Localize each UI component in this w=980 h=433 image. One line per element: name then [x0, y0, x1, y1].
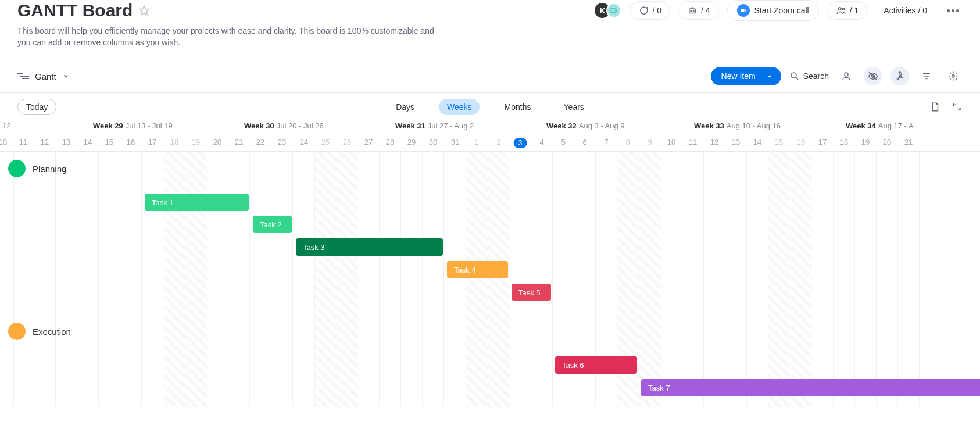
- day-label: 19: [192, 138, 200, 146]
- group-title: Planning: [33, 164, 66, 174]
- gantt-icon: [17, 73, 29, 79]
- gantt-grid: PlanningTask 1Task 2Task 3Task 4Task 5Ex…: [0, 152, 980, 407]
- task-bar[interactable]: Task 4: [447, 261, 508, 278]
- side-divider: [124, 152, 124, 407]
- pin-icon: [895, 71, 905, 81]
- svg-point-7: [842, 8, 845, 10]
- zoom-call-button[interactable]: Start Zoom call: [727, 0, 819, 21]
- avatar-stack[interactable]: K: [595, 3, 621, 18]
- day-label: 16: [127, 138, 135, 146]
- favorite-star-icon[interactable]: [138, 5, 150, 16]
- task-bar[interactable]: Task 7: [641, 379, 980, 396]
- view-switcher[interactable]: Gantt: [17, 71, 69, 81]
- day-label: 12: [710, 138, 718, 146]
- robot-icon: [687, 5, 698, 16]
- day-label: 17: [818, 138, 827, 146]
- today-button[interactable]: Today: [17, 99, 56, 115]
- conversations-button[interactable]: / 0: [630, 1, 670, 20]
- hide-button[interactable]: [864, 67, 882, 85]
- day-label: 9: [648, 138, 652, 146]
- day-label: 18: [170, 138, 178, 146]
- search-button[interactable]: Search: [789, 71, 829, 81]
- svg-point-3: [691, 10, 692, 12]
- scale-tab-weeks[interactable]: Weeks: [439, 99, 480, 115]
- day-label: 5: [561, 138, 565, 146]
- users-icon: [836, 5, 846, 16]
- day-label: 14: [753, 138, 761, 146]
- day-label: 24: [300, 138, 308, 146]
- svg-point-4: [693, 10, 695, 12]
- scale-tab-months[interactable]: Months: [496, 99, 539, 115]
- week-label: Week 29Jul 13 - Jul 19: [93, 121, 173, 130]
- day-label: 15: [105, 138, 113, 146]
- scale-tabs: DaysWeeksMonthsYears: [388, 99, 592, 115]
- collapse-button[interactable]: [951, 102, 963, 112]
- members-button[interactable]: / 1: [827, 1, 868, 20]
- day-label: 10: [0, 138, 7, 146]
- day-label: 14: [84, 138, 92, 146]
- collapse-icon: [951, 102, 963, 112]
- day-label: 10: [667, 138, 675, 146]
- week-label: Week 32Aug 3 - Aug 9: [546, 121, 625, 130]
- day-labels-row: 1011121314151617181920212223242526272829…: [0, 135, 980, 152]
- person-icon: [841, 71, 852, 81]
- day-label: 1: [474, 138, 478, 146]
- more-menu-button[interactable]: [943, 6, 963, 16]
- automations-button[interactable]: / 4: [678, 1, 719, 20]
- group-title: Execution: [33, 327, 71, 337]
- day-label: 6: [582, 138, 586, 146]
- task-bar[interactable]: Task 2: [253, 216, 292, 233]
- activities-button[interactable]: Activities / 0: [875, 2, 935, 19]
- svg-marker-0: [140, 6, 149, 15]
- day-label: 27: [364, 138, 373, 146]
- task-bar[interactable]: Task 1: [145, 194, 249, 211]
- day-label: 13: [732, 138, 740, 146]
- task-bar[interactable]: Task 3: [296, 238, 443, 256]
- settings-button[interactable]: [944, 67, 963, 85]
- pin-button[interactable]: [890, 67, 909, 85]
- day-label: 21: [904, 138, 913, 146]
- day-label: 13: [62, 138, 70, 146]
- svg-point-10: [845, 73, 848, 76]
- day-label: 22: [256, 138, 264, 146]
- week-labels-row: Jul 12Week 29Jul 13 - Jul 19Week 30Jul 2…: [0, 121, 980, 135]
- scale-tab-days[interactable]: Days: [388, 99, 423, 115]
- document-icon: [930, 102, 940, 112]
- week-label: Week 30Jul 20 - Jul 26: [244, 121, 324, 130]
- group-color-dot: [8, 160, 26, 177]
- day-label: 23: [278, 138, 286, 146]
- day-label: 11: [19, 138, 27, 146]
- svg-point-6: [838, 8, 841, 10]
- today-marker: 3: [514, 138, 527, 148]
- day-label: 20: [883, 138, 891, 146]
- task-bar[interactable]: Task 5: [512, 284, 551, 301]
- export-button[interactable]: [930, 102, 940, 112]
- day-label: 21: [235, 138, 243, 146]
- filter-icon: [921, 71, 932, 81]
- chat-icon: [638, 5, 649, 16]
- page-title: GANTT Board: [17, 1, 133, 20]
- svg-rect-1: [611, 9, 616, 13]
- day-label: 12: [41, 138, 49, 146]
- day-label: 8: [625, 138, 630, 146]
- week-label: Week 34Aug 17 - A: [846, 121, 914, 130]
- svg-point-8: [791, 73, 796, 78]
- chevron-down-icon[interactable]: [763, 68, 781, 84]
- new-item-button[interactable]: New Item: [711, 67, 781, 85]
- day-label: 28: [386, 138, 394, 146]
- day-label: 4: [539, 138, 543, 146]
- day-label: 26: [343, 138, 351, 146]
- scale-tab-years[interactable]: Years: [556, 99, 592, 115]
- day-label: 18: [840, 138, 848, 146]
- chevron-down-icon: [62, 73, 69, 80]
- day-label: 30: [429, 138, 437, 146]
- svg-line-9: [796, 77, 798, 80]
- person-filter-button[interactable]: [837, 67, 856, 85]
- search-icon: [789, 71, 800, 81]
- day-label: 16: [797, 138, 805, 146]
- group-header[interactable]: Planning: [0, 152, 74, 185]
- group-header[interactable]: Execution: [0, 314, 79, 348]
- filter-button[interactable]: [917, 67, 936, 85]
- day-label: 25: [321, 138, 330, 146]
- task-bar[interactable]: Task 6: [555, 356, 637, 374]
